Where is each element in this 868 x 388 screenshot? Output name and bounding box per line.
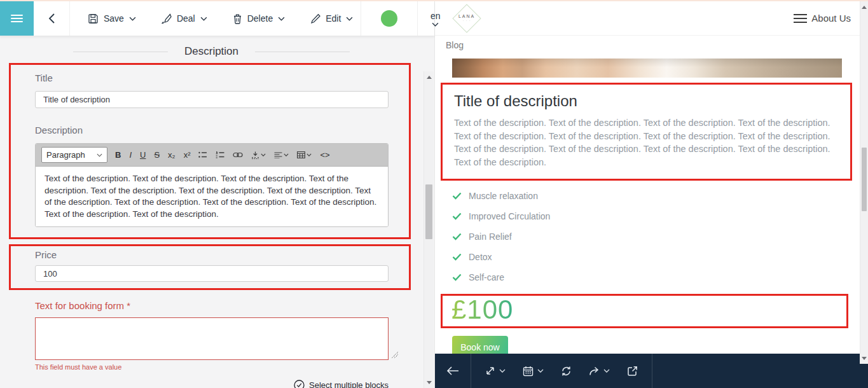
refresh-button[interactable] bbox=[561, 366, 572, 377]
textarea-resize-handle[interactable] bbox=[392, 352, 398, 358]
pencil-icon bbox=[310, 13, 320, 24]
site-header: LANA · · · About Us bbox=[435, 1, 868, 35]
scroll-up-arrow[interactable] bbox=[860, 3, 868, 11]
logo-subtext: · · · bbox=[458, 18, 475, 22]
site-logo[interactable]: LANA · · · bbox=[452, 4, 481, 33]
description-editor-content[interactable]: Text of the description. Text of the des… bbox=[36, 167, 388, 226]
site-menu-toggle[interactable]: About Us bbox=[794, 13, 851, 24]
scrollbar-thumb[interactable] bbox=[425, 184, 432, 239]
checkmark-icon bbox=[452, 274, 462, 281]
deal-button-label: Deal bbox=[177, 13, 195, 24]
chevron-down-icon bbox=[97, 153, 102, 157]
checkmark-icon bbox=[452, 233, 462, 240]
editor-form: Description Title Description Paragraph bbox=[0, 36, 434, 388]
section-divider-line bbox=[73, 52, 168, 52]
preview-price: £100 bbox=[451, 294, 513, 325]
rich-text-editor: Paragraph B I U S x₂ x² bbox=[35, 143, 389, 227]
table-icon bbox=[297, 151, 305, 158]
share-button[interactable] bbox=[589, 366, 610, 376]
trash-icon bbox=[233, 13, 242, 24]
blog-link[interactable]: Blog bbox=[435, 35, 868, 57]
annotation-box-price: Price bbox=[9, 244, 411, 290]
section-header: Description bbox=[73, 45, 350, 58]
about-us-link[interactable]: About Us bbox=[811, 13, 851, 24]
chevron-down-icon bbox=[499, 369, 506, 373]
feature-label: Detox bbox=[469, 252, 492, 262]
superscript-button[interactable]: x² bbox=[183, 150, 191, 160]
link-button[interactable] bbox=[232, 152, 244, 158]
chevron-down-icon bbox=[432, 22, 439, 27]
booking-form-textarea[interactable] bbox=[35, 317, 389, 360]
logo-diamond: LANA · · · bbox=[452, 4, 481, 32]
italic-button[interactable]: I bbox=[128, 150, 132, 160]
open-external-button[interactable] bbox=[627, 366, 638, 377]
paragraph-style-label: Paragraph bbox=[46, 150, 85, 160]
feature-item: Improved Circulation bbox=[452, 206, 868, 226]
scroll-down-arrow[interactable] bbox=[860, 354, 868, 363]
feature-item: Detox bbox=[452, 247, 868, 267]
editor-panel: Save Deal Delete Edit bbox=[0, 1, 434, 388]
floppy-icon bbox=[88, 13, 99, 24]
table-button[interactable] bbox=[296, 151, 312, 158]
select-multiple-blocks-link[interactable]: Select multiple blocks bbox=[309, 380, 389, 388]
numbered-list-button[interactable] bbox=[215, 151, 225, 158]
bold-button[interactable]: B bbox=[114, 150, 121, 160]
underline-button[interactable]: U bbox=[139, 150, 146, 160]
expand-icon bbox=[485, 366, 495, 376]
title-field-label: Title bbox=[35, 73, 385, 83]
title-input[interactable] bbox=[35, 91, 389, 108]
resize-preview-button[interactable] bbox=[485, 366, 506, 376]
right-scrollbar[interactable] bbox=[860, 1, 868, 364]
edit-button-label: Edit bbox=[326, 13, 341, 24]
menu-icon bbox=[794, 14, 807, 23]
delete-button[interactable]: Delete bbox=[225, 1, 293, 36]
chevron-down-icon bbox=[537, 369, 544, 373]
edit-button[interactable]: Edit bbox=[303, 1, 361, 36]
annotation-box-preview-description: Title of description Text of the descrip… bbox=[441, 83, 852, 181]
price-input[interactable] bbox=[35, 265, 389, 282]
alignment-button[interactable] bbox=[273, 152, 289, 158]
language-selector[interactable]: en bbox=[418, 1, 453, 36]
feature-list: Muscle relaxation Improved Circulation P… bbox=[452, 186, 868, 288]
refresh-icon bbox=[561, 366, 572, 377]
admin-toolbar: Save Deal Delete Edit bbox=[0, 1, 434, 36]
price-field-label: Price bbox=[35, 249, 385, 260]
calendar-icon bbox=[523, 366, 534, 377]
source-code-button[interactable]: <> bbox=[319, 150, 330, 160]
save-button[interactable]: Save bbox=[80, 1, 144, 36]
chevron-down-icon bbox=[200, 17, 207, 21]
deal-button[interactable]: Deal bbox=[154, 1, 215, 36]
checkmark-icon bbox=[452, 192, 462, 200]
brush-icon bbox=[162, 13, 172, 24]
check-circle-icon bbox=[294, 380, 305, 388]
bulleted-list-button[interactable] bbox=[198, 151, 208, 158]
strikethrough-button[interactable]: S bbox=[153, 150, 160, 160]
feature-item: Muscle relaxation bbox=[452, 186, 868, 206]
feature-item: Self-care bbox=[452, 267, 868, 288]
hamburger-icon bbox=[11, 15, 23, 16]
feature-item: Pain Relief bbox=[452, 226, 868, 247]
scrollbar-thumb[interactable] bbox=[862, 148, 867, 211]
checkmark-icon bbox=[452, 253, 462, 261]
status-indicator bbox=[381, 10, 397, 27]
share-arrow-icon bbox=[589, 366, 600, 376]
scroll-up-arrow[interactable] bbox=[424, 73, 434, 81]
feature-label: Pain Relief bbox=[469, 232, 512, 242]
chevron-down-icon bbox=[129, 17, 136, 21]
subscript-button[interactable]: x₂ bbox=[167, 150, 176, 160]
save-button-label: Save bbox=[104, 13, 124, 24]
insert-media-button[interactable] bbox=[251, 151, 266, 159]
checkmark-icon bbox=[452, 212, 462, 220]
calendar-button[interactable] bbox=[523, 366, 544, 377]
scroll-down-arrow[interactable] bbox=[424, 378, 434, 387]
paragraph-style-dropdown[interactable]: Paragraph bbox=[41, 147, 107, 163]
logo-text: LANA bbox=[458, 13, 475, 18]
back-button[interactable] bbox=[34, 1, 70, 36]
menu-button[interactable] bbox=[0, 1, 34, 36]
hero-photo bbox=[452, 59, 842, 78]
select-multiple-blocks[interactable]: Select multiple blocks bbox=[0, 380, 389, 388]
preview-back-button[interactable] bbox=[435, 354, 471, 388]
description-field-label: Description bbox=[35, 125, 385, 135]
booking-form-label: Text for booking form * bbox=[35, 300, 434, 311]
left-scrollbar[interactable] bbox=[424, 71, 434, 388]
